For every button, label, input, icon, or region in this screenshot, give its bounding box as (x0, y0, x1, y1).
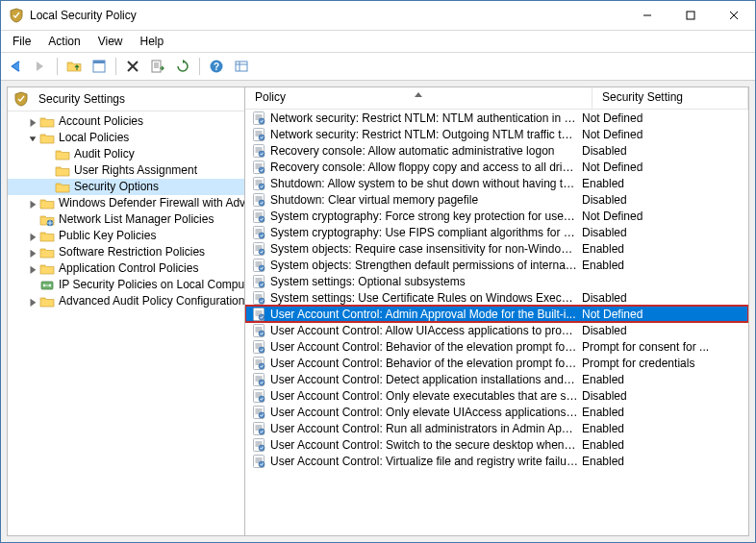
policy-setting: Disabled (578, 324, 748, 337)
folder-icon (39, 245, 55, 260)
menu-help[interactable]: Help (133, 33, 172, 50)
expand-icon[interactable] (27, 116, 38, 128)
properties-button[interactable] (88, 56, 110, 77)
minimize-button[interactable] (625, 1, 668, 30)
list-row[interactable]: System objects: Require case insensitivi… (245, 240, 748, 257)
policy-icon (251, 356, 266, 371)
list-row[interactable]: System cryptography: Force strong key pr… (245, 208, 748, 224)
tree-item[interactable]: Audit Policy (8, 146, 244, 162)
export-button[interactable] (147, 56, 168, 77)
policy-icon (251, 454, 266, 469)
show-list-button[interactable] (231, 56, 252, 77)
list-row[interactable]: Recovery console: Allow automatic admini… (245, 142, 748, 159)
list-row[interactable]: User Account Control: Behavior of the el… (245, 355, 748, 371)
up-button[interactable] (63, 56, 85, 77)
tree-item[interactable]: Public Key Policies (8, 228, 244, 244)
tree-item[interactable]: Network List Manager Policies (8, 211, 244, 228)
policy-icon (251, 241, 266, 257)
policy-setting: Enabled (578, 406, 748, 419)
tree[interactable]: Account PoliciesLocal PoliciesAudit Poli… (8, 111, 244, 313)
policy-name: Recovery console: Allow floppy copy and … (270, 160, 578, 174)
tree-item[interactable]: Windows Defender Firewall with Advanced … (8, 195, 244, 211)
tree-item[interactable]: Account Policies (8, 113, 244, 130)
policy-icon (251, 225, 266, 240)
column-header-policy[interactable]: Policy (245, 87, 592, 109)
list-row[interactable]: Network security: Restrict NTLM: NTLM au… (245, 110, 748, 126)
policy-setting: Enabled (578, 373, 748, 386)
menu-file[interactable]: File (5, 33, 38, 50)
help-button[interactable] (206, 56, 227, 77)
back-button[interactable] (5, 56, 26, 77)
tree-item[interactable]: User Rights Assignment (8, 162, 244, 179)
tree-item[interactable]: Local Policies (8, 130, 244, 146)
policy-setting: Not Defined (578, 111, 748, 125)
policy-name: User Account Control: Virtualize file an… (270, 455, 578, 468)
list-row[interactable]: System settings: Use Certificate Rules o… (245, 289, 748, 306)
tree-item-label: Security Options (74, 179, 159, 195)
folder-icon (55, 147, 70, 162)
tree-item-label: Local Policies (59, 130, 129, 146)
column-header-setting[interactable]: Security Setting (592, 87, 748, 109)
policy-setting: Disabled (578, 144, 748, 158)
maximize-button[interactable] (668, 1, 712, 30)
toggle-placeholder (42, 182, 54, 193)
policy-name: Recovery console: Allow automatic admini… (270, 144, 578, 158)
policy-icon (251, 274, 266, 289)
policy-icon (251, 258, 266, 273)
policy-name: User Account Control: Behavior of the el… (270, 340, 578, 354)
tree-item[interactable]: Application Control Policies (8, 260, 244, 277)
policy-setting: Enabled (578, 455, 748, 468)
tree-item[interactable]: IP Security Policies on Local Computer (8, 277, 244, 293)
policy-name: User Account Control: Run all administra… (270, 422, 578, 435)
folder-icon (39, 261, 55, 277)
delete-button[interactable] (122, 56, 143, 77)
policy-setting: Disabled (578, 291, 748, 305)
list-row[interactable]: User Account Control: Allow UIAccess app… (245, 322, 748, 338)
close-button[interactable] (712, 1, 755, 30)
policy-setting: Disabled (578, 226, 748, 239)
policy-setting: Disabled (578, 389, 748, 403)
list-row[interactable]: User Account Control: Run all administra… (245, 420, 748, 436)
list-row[interactable]: Shutdown: Allow system to be shut down w… (245, 175, 748, 191)
list-body[interactable]: Network security: Restrict NTLM: NTLM au… (245, 110, 748, 535)
refresh-button[interactable] (172, 56, 193, 77)
expand-icon[interactable] (27, 296, 38, 308)
list-row[interactable]: User Account Control: Virtualize file an… (245, 453, 748, 469)
list-row[interactable]: Shutdown: Clear virtual memory pagefileD… (245, 191, 748, 208)
list-row[interactable]: User Account Control: Only elevate execu… (245, 387, 748, 404)
expand-icon[interactable] (27, 198, 38, 210)
list-row[interactable]: Network security: Restrict NTLM: Outgoin… (245, 126, 748, 142)
list-row[interactable]: System objects: Strengthen default permi… (245, 257, 748, 273)
policy-name: Shutdown: Clear virtual memory pagefile (270, 193, 578, 207)
list-row[interactable]: User Account Control: Only elevate UIAcc… (245, 404, 748, 420)
list-row[interactable]: User Account Control: Admin Approval Mod… (245, 306, 748, 322)
tree-item[interactable]: Security Options (8, 179, 244, 195)
expand-icon[interactable] (27, 231, 38, 242)
svg-rect-12 (687, 12, 694, 19)
titlebar: Local Security Policy (1, 1, 755, 31)
menu-view[interactable]: View (90, 33, 131, 50)
list-row[interactable]: System settings: Optional subsystems (245, 273, 748, 289)
forward-button[interactable] (30, 56, 51, 77)
policy-setting: Enabled (578, 438, 748, 452)
policy-icon (251, 290, 266, 306)
tree-item-label: Software Restriction Policies (59, 244, 205, 260)
policy-icon (251, 209, 266, 224)
policy-setting: Enabled (578, 242, 748, 256)
folder-icon (39, 114, 55, 130)
list-row[interactable]: User Account Control: Detect application… (245, 371, 748, 387)
list-row[interactable]: Recovery console: Allow floppy copy and … (245, 159, 748, 175)
expand-icon[interactable] (27, 263, 38, 275)
tree-item-label: IP Security Policies on Local Computer (59, 277, 244, 293)
tree-header: Security Settings (8, 87, 244, 111)
list-row[interactable]: System cryptography: Use FIPS compliant … (245, 224, 748, 240)
collapse-icon[interactable] (27, 133, 38, 144)
list-row[interactable]: User Account Control: Switch to the secu… (245, 436, 748, 453)
expand-icon[interactable] (27, 247, 38, 259)
tree-item[interactable]: Advanced Audit Policy Configuration (8, 293, 244, 309)
tree-item[interactable]: Software Restriction Policies (8, 244, 244, 260)
list-row[interactable]: User Account Control: Behavior of the el… (245, 338, 748, 355)
menu-action[interactable]: Action (40, 33, 88, 50)
policy-icon (251, 421, 266, 436)
policy-name: System settings: Optional subsystems (270, 275, 578, 288)
